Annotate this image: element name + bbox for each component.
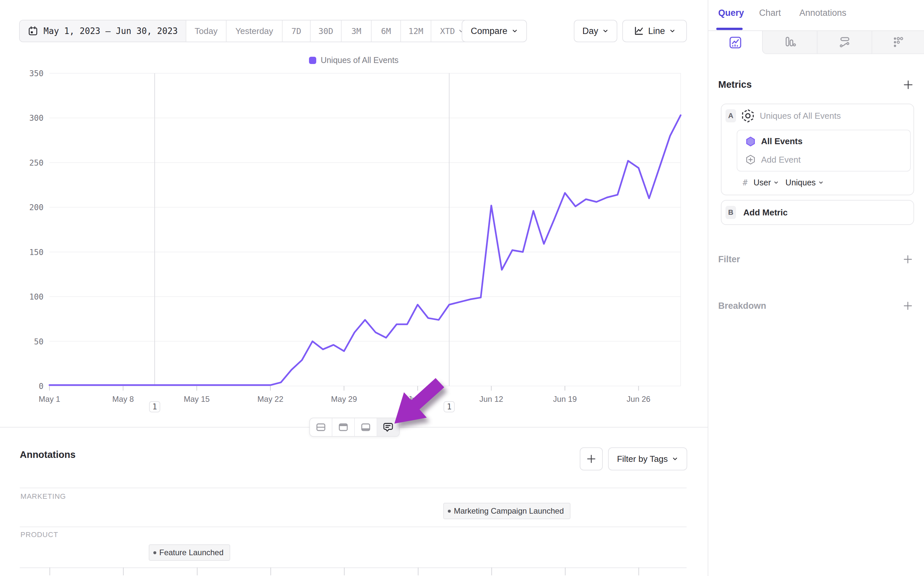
annotation-chip-product[interactable]: Feature Launched xyxy=(149,544,230,561)
filter-by-tags-dropdown[interactable]: Filter by Tags xyxy=(608,447,687,470)
insights-line-chart-icon xyxy=(729,36,742,49)
insights-report-page: May 1, 2023 — Jun 30, 2023 Today Yesterd… xyxy=(0,0,924,576)
add-metric-plus-icon[interactable] xyxy=(903,80,913,90)
svg-text:May 8: May 8 xyxy=(112,395,134,403)
add-event-hexagon-icon xyxy=(745,154,756,165)
tab-chart[interactable]: Chart xyxy=(759,8,781,18)
metric-settings-hexagon-icon[interactable] xyxy=(740,109,755,123)
svg-text:300: 300 xyxy=(29,114,43,123)
bar-chart-icon xyxy=(783,36,796,49)
svg-text:200: 200 xyxy=(29,203,43,212)
timeline-tick xyxy=(197,567,198,575)
pointer-arrow-cursor xyxy=(373,366,458,435)
timeline-tick xyxy=(123,567,124,575)
timeline-tick xyxy=(270,567,271,575)
timeline-tick xyxy=(344,567,345,575)
metric-units-row: # User Uniques xyxy=(743,175,824,190)
svg-text:Jun 12: Jun 12 xyxy=(479,395,503,403)
annotation-dot-icon xyxy=(153,551,156,554)
chart-type-flow-button[interactable] xyxy=(817,31,871,54)
svg-text:250: 250 xyxy=(29,158,43,168)
timeline-tick xyxy=(492,567,492,575)
filter-section-row: Filter xyxy=(718,251,913,267)
active-tab-indicator xyxy=(716,28,743,30)
add-filter-plus-icon[interactable] xyxy=(903,254,913,264)
svg-text:May 29: May 29 xyxy=(331,395,357,403)
annotation-group-label-product: PRODUCT xyxy=(21,530,58,539)
metrics-heading: Metrics xyxy=(718,79,752,90)
retention-dots-icon xyxy=(892,36,905,49)
annotations-heading: Annotations xyxy=(20,449,75,460)
event-hexagon-icon xyxy=(745,136,756,147)
aggregation-dropdown[interactable]: Uniques xyxy=(785,178,824,187)
metric-slot-badge: B xyxy=(726,206,736,219)
divider xyxy=(20,526,686,527)
svg-text:100: 100 xyxy=(29,292,43,302)
add-annotation-button[interactable] xyxy=(580,447,603,470)
add-event-row[interactable]: Add Event xyxy=(737,154,910,165)
tab-query[interactable]: Query xyxy=(718,8,744,18)
chart-type-insights-button[interactable] xyxy=(709,31,762,54)
entity-dropdown[interactable]: User xyxy=(753,178,779,187)
timeline-tick xyxy=(49,567,50,575)
svg-text:350: 350 xyxy=(29,69,43,78)
layout-top-panel-button[interactable] xyxy=(332,418,354,436)
filter-label: Filter xyxy=(718,254,740,265)
layout-split-horizontal-button[interactable] xyxy=(310,418,332,436)
annotation-dot-icon xyxy=(448,510,451,513)
metric-card: A Uniques of All Events All Events Add E… xyxy=(721,104,914,195)
svg-text:Jun 19: Jun 19 xyxy=(553,395,577,403)
add-breakdown-plus-icon[interactable] xyxy=(903,301,913,311)
annotation-count-badge[interactable]: 1 xyxy=(149,401,160,412)
count-type-icon: # xyxy=(743,178,748,187)
svg-text:0: 0 xyxy=(39,382,43,391)
plus-icon xyxy=(586,454,596,464)
annotations-timeline-axis xyxy=(20,567,686,568)
svg-text:May 1: May 1 xyxy=(38,395,60,403)
timeline-tick xyxy=(638,567,639,575)
metric-slot-badge: A xyxy=(726,109,736,122)
chart-type-retention-button[interactable] xyxy=(871,31,924,54)
annotation-group-label-marketing: MARKETING xyxy=(21,492,66,501)
top-panel-icon xyxy=(338,422,349,433)
chevron-down-icon xyxy=(773,180,779,186)
svg-text:May 22: May 22 xyxy=(257,395,284,403)
metric-title[interactable]: Uniques of All Events xyxy=(760,111,841,121)
svg-text:150: 150 xyxy=(29,248,43,257)
breakdown-label: Breakdown xyxy=(718,301,766,311)
chevron-down-icon xyxy=(818,180,824,186)
timeline-tick xyxy=(418,567,418,575)
line-chart-canvas[interactable]: 050100150200250300350May 1May 8May 15May… xyxy=(0,0,708,426)
event-row-all-events[interactable]: All Events xyxy=(737,136,910,147)
svg-text:May 15: May 15 xyxy=(184,395,210,403)
split-horizontal-icon xyxy=(315,422,327,433)
add-metric-card[interactable]: B Add Metric xyxy=(721,200,914,225)
chart-type-bar-button[interactable] xyxy=(762,31,817,54)
sidebar-divider xyxy=(708,0,709,576)
svg-text:50: 50 xyxy=(34,337,43,346)
bottom-panel-icon xyxy=(360,422,371,433)
timeline-tick xyxy=(565,567,565,575)
tab-annotations[interactable]: Annotations xyxy=(800,8,846,18)
annotation-chip-marketing[interactable]: Marketing Campaign Launched xyxy=(443,503,570,519)
flow-icon xyxy=(838,36,851,49)
breakdown-section-row: Breakdown xyxy=(718,298,913,314)
divider xyxy=(20,488,686,488)
event-list-card: All Events Add Event xyxy=(737,130,911,171)
add-metric-label: Add Metric xyxy=(743,208,787,218)
svg-text:Jun 26: Jun 26 xyxy=(627,395,650,403)
chevron-down-icon xyxy=(672,456,678,462)
